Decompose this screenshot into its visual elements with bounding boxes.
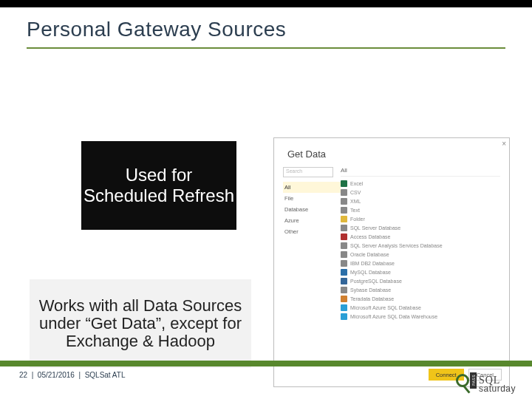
source-item[interactable]: SQL Server Database: [341, 223, 500, 232]
source-icon: [341, 207, 347, 214]
magnifier-handle: [463, 385, 470, 393]
logo-mark: PASS: [454, 372, 477, 396]
footer-accent: [0, 361, 532, 366]
callout-text: Used for Scheduled Refresh: [81, 165, 236, 205]
source-label: Oracle Database: [350, 252, 389, 257]
source-item[interactable]: Access Database: [341, 232, 500, 241]
source-label: Microsoft Azure SQL Data Warehouse: [350, 314, 437, 319]
source-item[interactable]: XML: [341, 197, 500, 205]
get-data-dialog: × Get Data Search AllFileDatabaseAzureOt…: [273, 137, 510, 387]
source-label: Excel: [350, 181, 363, 186]
source-item[interactable]: Teradata Database: [341, 294, 500, 303]
source-label: Sybase Database: [350, 287, 391, 293]
source-item[interactable]: MySQL Database: [341, 267, 500, 276]
source-label: Folder: [350, 216, 365, 222]
dialog-list: All ExcelCSVXMLTextFolderSQL Server Data…: [341, 167, 500, 321]
slide-title: Personal Gateway Sources: [0, 7, 532, 46]
dialog-sidebar: Search AllFileDatabaseAzureOther: [283, 167, 341, 321]
source-item[interactable]: SQL Server Analysis Services Database: [341, 241, 500, 250]
source-icon: [341, 269, 347, 276]
source-item[interactable]: Microsoft Azure SQL Data Warehouse: [341, 312, 500, 321]
source-icon: [341, 313, 347, 320]
callout-data-sources: Works with all Data Sources under “Get D…: [30, 279, 251, 368]
source-label: XML: [350, 199, 361, 204]
source-label: Microsoft Azure SQL Database: [350, 305, 421, 310]
source-label: CSV: [350, 190, 361, 195]
top-bar: [0, 0, 532, 7]
page-number: 22: [19, 371, 27, 379]
source-label: SQL Server Database: [350, 225, 400, 231]
source-item[interactable]: CSV: [341, 188, 500, 197]
list-heading: All: [341, 167, 500, 177]
source-item[interactable]: Microsoft Azure SQL Database: [341, 303, 500, 312]
source-icon: [341, 260, 347, 267]
source-label: Teradata Database: [350, 296, 394, 301]
source-icon: [341, 189, 347, 196]
logo-line2: saturday: [479, 385, 516, 392]
category-database[interactable]: Database: [283, 204, 341, 215]
source-icon: [341, 180, 347, 187]
sqlsaturday-logo: PASS SQL saturday: [454, 372, 516, 396]
callout-scheduled-refresh: Used for Scheduled Refresh: [81, 141, 236, 230]
source-icon: [341, 304, 347, 311]
source-icon: [341, 216, 347, 222]
source-icon: [341, 198, 347, 205]
source-label: Access Database: [350, 234, 390, 239]
footer-event: SQLSat ATL: [85, 371, 126, 379]
source-item[interactable]: PostgreSQL Database: [341, 276, 500, 285]
source-icon: [341, 278, 347, 284]
source-label: IBM DB2 Database: [350, 261, 395, 266]
footer-text: 22 | 05/21/2016 | SQLSat ATL: [0, 366, 532, 379]
source-label: MySQL Database: [350, 270, 391, 275]
source-label: SQL Server Analysis Services Database: [350, 243, 443, 248]
source-label: PostgreSQL Database: [350, 279, 402, 284]
source-item[interactable]: Text: [341, 205, 500, 214]
source-item[interactable]: Sybase Database: [341, 285, 500, 294]
slide-footer: 22 | 05/21/2016 | SQLSat ATL PASS SQL sa…: [0, 361, 532, 399]
source-item[interactable]: Excel: [341, 179, 500, 188]
source-item[interactable]: IBM DB2 Database: [341, 259, 500, 267]
category-azure[interactable]: Azure: [283, 215, 341, 226]
slide: Personal Gateway Sources Used for Schedu…: [0, 0, 532, 399]
footer-date: 05/21/2016: [38, 371, 75, 379]
source-item[interactable]: Oracle Database: [341, 250, 500, 259]
source-item[interactable]: Folder: [341, 214, 500, 223]
search-input[interactable]: Search: [283, 167, 333, 177]
dialog-title: Get Data: [274, 138, 509, 167]
source-label: Text: [350, 208, 360, 213]
source-icon: [341, 287, 347, 293]
source-icon: [341, 225, 347, 231]
title-rule: [27, 47, 505, 49]
source-icon: [341, 242, 347, 249]
source-icon: [341, 251, 347, 258]
dialog-body: Search AllFileDatabaseAzureOther All Exc…: [274, 167, 509, 321]
magnifier-icon: [456, 374, 469, 387]
close-icon[interactable]: ×: [502, 140, 506, 148]
category-file[interactable]: File: [283, 193, 341, 204]
source-icon: [341, 233, 347, 240]
category-other[interactable]: Other: [283, 226, 341, 237]
pass-badge: PASS: [470, 372, 477, 389]
logo-text: SQL saturday: [479, 376, 516, 392]
callout-text: Works with all Data Sources under “Get D…: [33, 297, 248, 351]
category-all[interactable]: All: [283, 182, 341, 193]
source-icon: [341, 296, 347, 302]
